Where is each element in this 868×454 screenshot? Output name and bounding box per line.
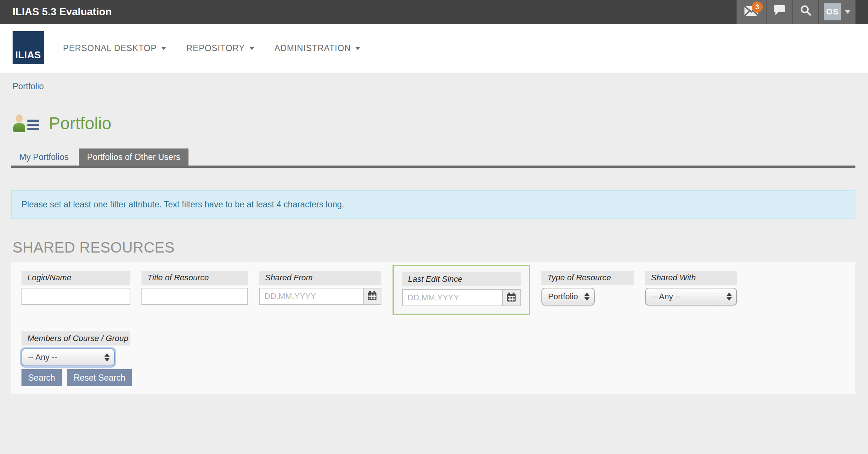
filter-row-1: Login/Name Title of Resource Shared From [21,265,845,315]
type-of-resource-label: Type of Resource [541,271,634,285]
login-name-input[interactable] [21,288,130,305]
tab-bar: My Portfolios Portfolios of Other Users [11,148,855,168]
tab-my-portfolios[interactable]: My Portfolios [11,148,77,166]
members-selected-value: -- Any -- [28,353,57,362]
members-of-course-group-select[interactable]: -- Any -- [21,348,115,366]
title-of-resource-label: Title of Resource [141,271,248,285]
shared-from-label: Shared From [259,271,381,285]
last-edit-since-date-input[interactable] [402,289,502,306]
top-bar-filler [855,0,868,24]
nav-repository-label: REPOSITORY [186,43,245,53]
last-edit-since-label: Last Edit Since [402,272,521,286]
site-header: ILIAS PERSONAL DESKTOP REPOSITORY ADMINI… [0,24,868,73]
main-nav: PERSONAL DESKTOP REPOSITORY ADMINISTRATI… [63,43,360,53]
nav-administration[interactable]: ADMINISTRATION [274,43,360,53]
nav-repository[interactable]: REPOSITORY [186,43,254,53]
page-title: Portfolio [49,113,111,133]
type-of-resource-select[interactable]: Portfolio [541,288,595,306]
breadcrumb: Portfolio [0,73,868,91]
shared-with-selected-value: -- Any -- [652,292,681,301]
shared-from-calendar-button[interactable] [363,288,381,305]
portfolio-icon [13,114,39,132]
shared-resources-heading: SHARED RESOURCES [13,239,868,256]
shared-with-label: Shared With [645,271,737,285]
select-stepper-icon [727,293,732,301]
select-stepper-icon [104,353,110,361]
filter-item-last-edit-since: Last Edit Since [402,272,521,306]
chevron-down-icon [249,47,254,53]
members-of-course-group-label: Members of Course / Group [21,331,130,345]
filter-item-title-of-resource: Title of Resource [141,271,248,305]
ilias-logo[interactable]: ILIAS [13,31,44,64]
filter-item-shared-from: Shared From [259,271,381,305]
nav-personal-desktop[interactable]: PERSONAL DESKTOP [63,43,166,53]
info-message: Please set at least one filter attribute… [11,190,855,219]
search-button-submit[interactable]: Search [21,369,62,386]
user-menu-button[interactable]: OS [818,0,855,24]
app-title: ILIAS 5.3 Evaluation [0,0,736,24]
login-name-label: Login/Name [21,271,130,285]
top-bar: ILIAS 5.3 Evaluation 3 [0,0,868,24]
reset-search-button[interactable]: Reset Search [67,369,132,386]
ilias-app-window: ILIAS 5.3 Evaluation 3 [0,0,868,454]
search-icon [800,5,811,19]
filter-item-login-name: Login/Name [21,271,130,305]
nav-personal-desktop-label: PERSONAL DESKTOP [63,43,157,53]
avatar: OS [824,3,841,20]
breadcrumb-portfolio-link[interactable]: Portfolio [13,81,44,91]
filter-buttons: Search Reset Search [21,369,845,386]
calendar-icon [507,291,516,305]
chevron-down-icon [355,47,360,53]
filter-item-type-of-resource: Type of Resource Portfolio [541,271,634,306]
chevron-down-icon [845,10,851,17]
filter-item-shared-with: Shared With -- Any -- [645,271,737,306]
tab-portfolios-of-other-users[interactable]: Portfolios of Other Users [79,148,188,166]
nav-administration-label: ADMINISTRATION [274,43,351,53]
top-bar-actions: 3 OS [736,0,868,24]
search-button[interactable] [792,0,818,24]
chat-button[interactable] [766,0,792,24]
person-glyph [13,114,25,132]
chat-icon [774,5,785,19]
chevron-down-icon [161,47,166,53]
page-header: Portfolio [13,114,868,132]
highlighted-filter-box: Last Edit Since [393,265,530,315]
filter-item-members-of-course-group: Members of Course / Group -- Any -- [21,331,130,366]
filter-panel: Login/Name Title of Resource Shared From [11,262,855,394]
filter-row-2: Members of Course / Group -- Any -- [21,331,845,366]
shared-with-select[interactable]: -- Any -- [645,288,737,306]
last-edit-since-calendar-button[interactable] [502,289,521,306]
type-of-resource-selected-value: Portfolio [548,292,578,301]
title-of-resource-input[interactable] [141,288,248,305]
list-glyph [27,120,39,130]
mail-button[interactable]: 3 [736,0,766,24]
calendar-icon [367,290,377,303]
shared-from-date-input[interactable] [259,288,363,305]
select-stepper-icon [584,293,590,301]
mail-count-badge: 3 [752,1,763,13]
